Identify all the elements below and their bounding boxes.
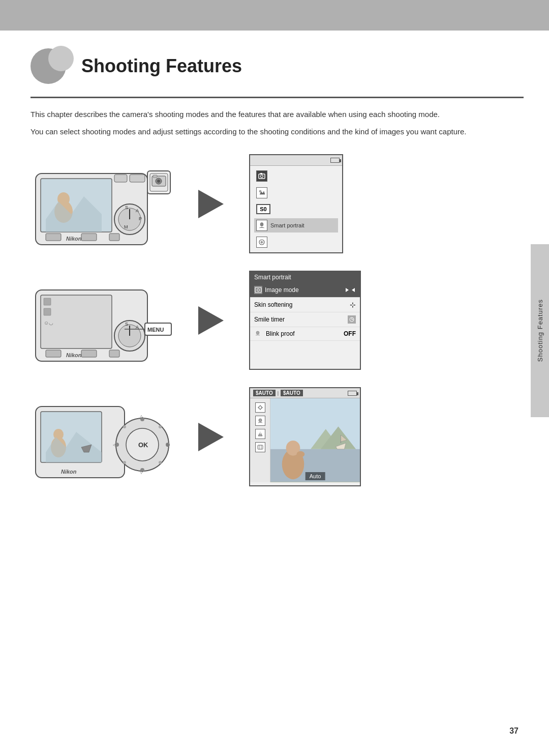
screen3-topbar: $AUTO | $AUTO	[250, 388, 360, 398]
screen3-icons-col	[250, 398, 270, 482]
battery-icon	[330, 158, 340, 163]
svg-text:P: P	[139, 216, 142, 221]
main-content: Shooting Features This chapter describes…	[30, 31, 524, 725]
svg-rect-88	[258, 445, 263, 449]
screen3-battery-icon	[348, 391, 357, 396]
svg-text:◁: ◁	[113, 443, 116, 447]
mode-row-s0: S0	[254, 202, 338, 216]
auto-label: Auto	[306, 472, 325, 480]
arrow-shape-1	[198, 190, 224, 218]
screen2-title-text: Smart portrait	[254, 274, 291, 281]
side-tab: Shooting Features	[531, 244, 549, 417]
page-number: 37	[509, 726, 518, 736]
svg-rect-45	[81, 350, 97, 357]
svg-marker-53	[352, 288, 355, 292]
svg-text:Nikon: Nikon	[66, 352, 82, 358]
arrow-shape-3	[198, 423, 224, 451]
screen2-battery-icon	[347, 275, 356, 280]
arrow-1	[193, 190, 229, 218]
screen1-icons: S0 Smart portrait	[250, 166, 342, 252]
mode-row-scene	[254, 186, 338, 200]
menu-row-smile-left: Smile timer	[254, 316, 285, 323]
photo-settings-screen: $AUTO | $AUTO	[249, 387, 361, 486]
top-bar	[0, 0, 549, 31]
svg-rect-16	[81, 234, 97, 241]
svg-point-22	[157, 180, 160, 183]
svg-text:▽: ▽	[140, 470, 143, 475]
screen3-tags: $AUTO | $AUTO	[253, 390, 303, 396]
screen3-body: Auto	[250, 398, 360, 482]
svg-text:S: S	[125, 322, 128, 327]
svg-point-28	[259, 190, 261, 192]
svg-rect-5	[114, 175, 127, 182]
image-mode-label: Image mode	[265, 286, 299, 294]
svg-text:☺◡: ☺◡	[44, 320, 53, 326]
mode-row-smart-portrait: Smart portrait	[254, 218, 338, 232]
svg-point-51	[257, 289, 260, 292]
svg-text:OK: OK	[138, 441, 148, 449]
smart-portrait-label: Smart portrait	[270, 222, 304, 228]
menu-row-skin-softening: Skin softening ⊹	[250, 298, 360, 312]
smart-portrait-menu-screen: Smart portrait Image mode	[249, 271, 361, 370]
svg-text:△: △	[140, 414, 143, 419]
blink-proof-value: OFF	[344, 330, 356, 337]
screen3-photo-area: Auto	[270, 398, 360, 482]
svg-point-61	[53, 429, 64, 440]
svg-rect-50	[255, 287, 261, 293]
svg-point-29	[260, 223, 263, 226]
circle-small	[48, 46, 74, 71]
title-section: Shooting Features	[30, 46, 524, 86]
smart-portrait-icon	[256, 220, 267, 231]
menu-row-image-mode: Image mode	[250, 283, 360, 298]
scene-mode-icon	[256, 187, 267, 198]
blink-proof-label: Blink proof	[266, 330, 295, 337]
section-row-3: Nikon OK △ ▽ ◁ ▷	[30, 386, 524, 487]
svg-point-75	[159, 461, 162, 464]
screen1-topbar	[250, 155, 342, 166]
svg-rect-44	[46, 350, 61, 357]
svg-point-73	[159, 425, 162, 428]
auto-tag-1: $AUTO	[253, 390, 276, 396]
svg-point-72	[123, 425, 126, 428]
svg-rect-26	[260, 173, 262, 175]
svg-point-74	[123, 461, 126, 464]
s0-icon: S0	[256, 204, 270, 214]
svg-point-85	[259, 419, 262, 422]
camera-mode-icon	[256, 170, 267, 182]
section-row-1: Nikon S A P M	[30, 153, 524, 254]
arrow-shape-2	[198, 306, 224, 335]
svg-point-100	[296, 451, 304, 457]
svg-marker-52	[346, 288, 349, 292]
svg-rect-36	[44, 308, 51, 315]
auto-tag-2: $AUTO	[281, 390, 303, 396]
svg-text:S: S	[125, 205, 128, 210]
skin-softening-label: Skin softening	[254, 301, 292, 308]
mode-row-camera	[254, 169, 338, 183]
mode-row-effects	[254, 235, 338, 249]
image-mode-arrows	[345, 287, 356, 293]
screen2-title-bar: Smart portrait	[250, 272, 360, 283]
arrow-3	[193, 423, 229, 451]
svg-text:Nikon: Nikon	[61, 469, 77, 475]
smile-timer-icon	[348, 315, 356, 324]
smile-timer-label: Smile timer	[254, 316, 285, 323]
camera-illustration-1: Nikon S A P M	[30, 153, 173, 254]
settings-icon-1	[255, 402, 265, 413]
svg-point-80	[259, 406, 262, 409]
svg-rect-46	[109, 350, 119, 357]
tag-separator: |	[278, 391, 279, 396]
svg-rect-23	[153, 175, 157, 178]
title-circles	[30, 46, 76, 86]
svg-point-57	[256, 331, 259, 334]
svg-text:▷: ▷	[167, 443, 170, 447]
image-mode-icon	[254, 286, 262, 294]
svg-text:M: M	[124, 224, 128, 229]
svg-point-87	[259, 432, 261, 434]
svg-text:MENU: MENU	[147, 327, 164, 333]
description1: This chapter describes the camera's shoo…	[30, 108, 524, 121]
camera-illustration-3: Nikon OK △ ▽ ◁ ▷	[30, 386, 173, 487]
page-title: Shooting Features	[81, 55, 242, 77]
menu-row-smile-timer: Smile timer	[250, 312, 360, 327]
svg-rect-15	[46, 234, 61, 241]
settings-icon-3	[255, 429, 265, 439]
